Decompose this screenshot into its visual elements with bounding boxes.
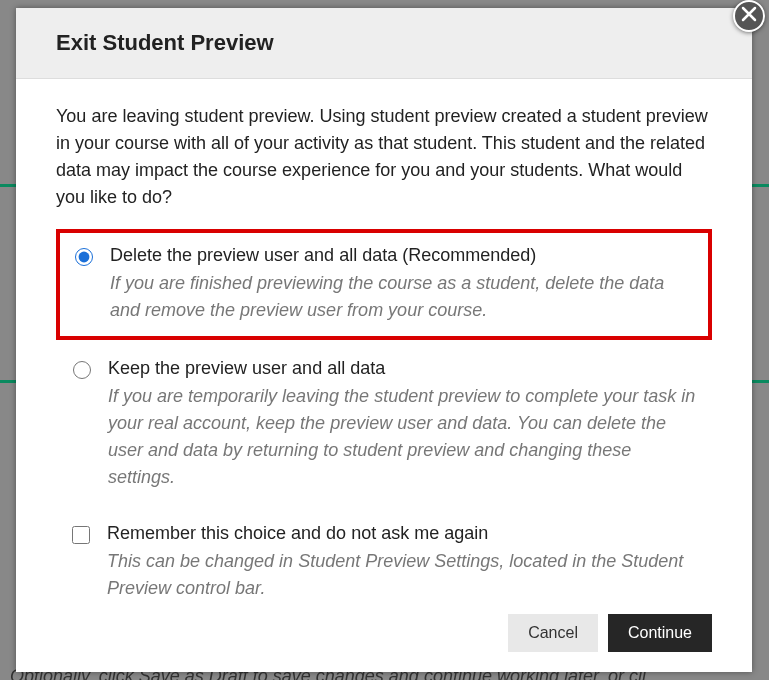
- option-remember-label: Remember this choice and do not ask me a…: [107, 523, 700, 544]
- option-delete-label: Delete the preview user and all data (Re…: [110, 245, 698, 266]
- option-remember-checkbox[interactable]: [72, 526, 90, 544]
- option-keep-label: Keep the preview user and all data: [108, 358, 700, 379]
- option-remember-row[interactable]: Remember this choice and do not ask me a…: [56, 509, 712, 598]
- dialog-footer: Cancel Continue: [16, 598, 752, 672]
- option-keep-radio[interactable]: [73, 361, 91, 379]
- dialog-intro: You are leaving student preview. Using s…: [56, 103, 712, 211]
- close-button[interactable]: [733, 0, 765, 32]
- option-keep-desc: If you are temporarily leaving the stude…: [108, 383, 700, 491]
- exit-student-preview-dialog: Exit Student Preview You are leaving stu…: [16, 8, 752, 672]
- cancel-button[interactable]: Cancel: [508, 614, 598, 652]
- close-icon: [741, 6, 757, 26]
- continue-button[interactable]: Continue: [608, 614, 712, 652]
- dialog-body: You are leaving student preview. Using s…: [16, 79, 752, 598]
- option-remember-desc: This can be changed in Student Preview S…: [107, 548, 700, 598]
- option-delete-radio[interactable]: [75, 248, 93, 266]
- option-keep-row[interactable]: Keep the preview user and all data If yo…: [56, 344, 712, 505]
- option-delete-row[interactable]: Delete the preview user and all data (Re…: [56, 229, 712, 340]
- option-delete-desc: If you are finished previewing the cours…: [110, 270, 698, 324]
- dialog-title: Exit Student Preview: [16, 8, 752, 79]
